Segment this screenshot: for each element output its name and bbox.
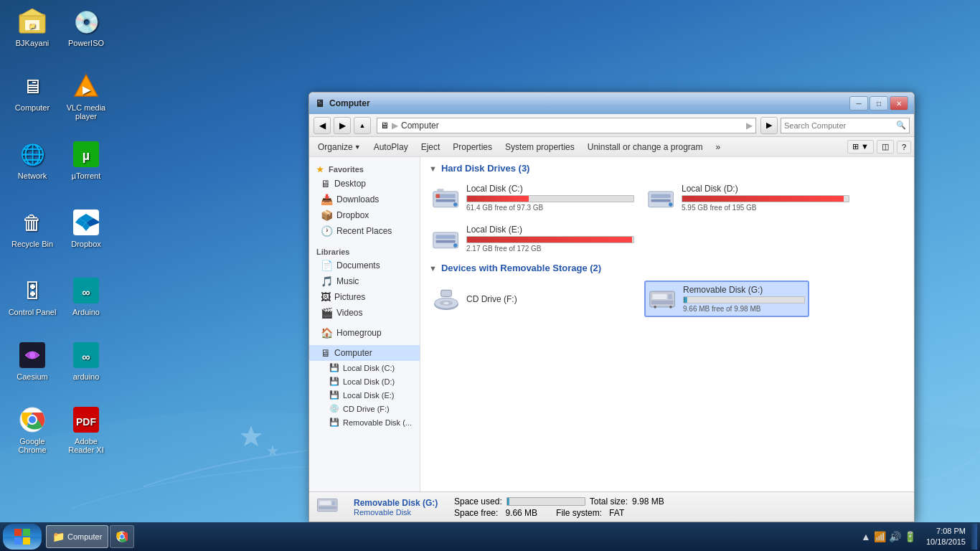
svg-rect-29 [435, 199, 455, 202]
status-drive-icon [316, 495, 339, 519]
desktop-icon-chrome[interactable]: Google Chrome [7, 405, 57, 454]
drive-g-icon [649, 288, 677, 311]
desktop-icon-recycle[interactable]: 🗑 Recycle Bin [7, 208, 57, 248]
desktop-icon-arduino[interactable]: ∞ Arduino [61, 276, 111, 316]
drive-c-bar-container [466, 195, 634, 202]
desktop-icon-poweriso[interactable]: 💿 PowerISO [61, 7, 111, 47]
desktop-icon-controlpanel[interactable]: 🎛 Control Panel [7, 276, 57, 316]
sidebar-item-downloads[interactable]: 📥 Downloads [309, 192, 420, 207]
sidebar-item-homegroup[interactable]: 🏠 Homegroup [309, 325, 420, 341]
system-properties-menu[interactable]: System properties [499, 140, 580, 154]
address-bar[interactable]: 🖥 ▶ Computer ▶ [377, 118, 756, 133]
taskbar-chrome-btn[interactable] [110, 525, 134, 548]
tray-volume-icon[interactable]: 🔊 [889, 531, 901, 542]
up-button[interactable]: ▲ [354, 117, 371, 134]
desktop-icon-network[interactable]: 🌐 Network [7, 140, 57, 180]
maximize-button[interactable]: □ [870, 96, 888, 110]
titlebar: 🖥 Computer ─ □ ✕ [309, 93, 914, 114]
organize-chevron: ▼ [354, 143, 361, 151]
drive-item-c[interactable]: Local Disk (C:) 61.4 GB free of 97.3 GB [429, 181, 637, 215]
taskbar-explorer-btn[interactable]: 📁 Computer [46, 525, 108, 548]
drive-item-e[interactable]: Local Disk (E:) 2.17 GB free of 172 GB [429, 222, 637, 255]
drive-d-icon [647, 187, 676, 209]
drive-item-g[interactable]: Removable Disk (G:) 9.66 MB free of 9.98… [644, 281, 809, 317]
drive-e-info: Local Disk (E:) 2.17 GB free of 172 GB [466, 225, 634, 253]
diskd-icon: 💾 [329, 377, 339, 386]
desktop-icon-adobereader[interactable]: PDF Adobe Reader XI [61, 405, 111, 454]
favorites-label: ★ Favorites [309, 161, 420, 176]
taskbar-clock[interactable]: 7:08 PM 10/18/2015 [922, 526, 970, 548]
sidebar-item-cddrive[interactable]: 💿 CD Drive (F:) [309, 402, 420, 415]
address-toolbar: ◀ ▶ ▲ 🖥 ▶ Computer ▶ ▶ 🔍 [309, 114, 914, 137]
sidebar-item-diskd[interactable]: 💾 Local Disk (D:) [309, 375, 420, 388]
sidebar-item-dropbox[interactable]: 📦 Dropbox [309, 207, 420, 223]
tray-network-icon[interactable]: 📶 [874, 531, 886, 542]
sidebar-item-recent[interactable]: 🕐 Recent Places [309, 223, 420, 239]
svg-rect-49 [668, 293, 672, 298]
preview-button[interactable]: ◫ [877, 140, 894, 154]
organize-menu[interactable]: Organize ▼ [312, 140, 367, 154]
properties-menu[interactable]: Properties [447, 140, 498, 154]
forward-button[interactable]: ▶ [334, 117, 351, 134]
back-button[interactable]: ◀ [314, 117, 331, 134]
sidebar-item-documents[interactable]: 📄 Documents [309, 258, 420, 273]
svg-rect-36 [651, 199, 670, 202]
eject-menu[interactable]: Eject [415, 140, 446, 154]
sidebar-item-diskc[interactable]: 💾 Local Disk (C:) [309, 361, 420, 375]
svg-rect-32 [435, 194, 439, 197]
sidebar-item-removable[interactable]: 💾 Removable Disk (... [309, 415, 420, 429]
removable-collapse-icon[interactable]: ▼ [429, 264, 437, 273]
help-button[interactable]: ? [897, 141, 911, 154]
view-controls: ⊞ ▼ ◫ ? [847, 140, 911, 154]
drive-e-bar-container [466, 236, 634, 243]
svg-text:∞: ∞ [82, 351, 90, 363]
show-desktop-button[interactable] [971, 524, 977, 550]
sidebar-item-music[interactable]: 🎵 Music [309, 273, 420, 289]
svg-text:µ: µ [83, 149, 90, 163]
uninstall-menu[interactable]: Uninstall or change a program [582, 140, 709, 154]
address-separator2: ▶ [746, 121, 753, 131]
desktop-icon-arduino2[interactable]: ∞ arduino [61, 341, 111, 381]
documents-icon: 📄 [321, 260, 333, 271]
drive-c-icon [432, 187, 461, 209]
go-button[interactable]: ▶ [760, 117, 778, 134]
taskbar: 📁 Computer ▲ 📶 🔊 🔋 7:08 PM 10/18/2015 [0, 522, 980, 551]
search-input[interactable] [784, 121, 896, 130]
desktop-icon-bjkayani[interactable]: 📁 BJKayani [7, 7, 57, 47]
desktop-icon-dropbox[interactable]: Dropbox [61, 208, 111, 248]
sidebar-item-videos[interactable]: 🎬 Videos [309, 305, 420, 321]
tray-arrow-icon[interactable]: ▲ [861, 531, 871, 542]
search-box[interactable]: 🔍 [781, 118, 910, 133]
search-icon[interactable]: 🔍 [896, 121, 906, 130]
computer-icon-small: 🖥 [321, 347, 331, 359]
status-used-row: Space used: Total size: 9.98 MB [454, 496, 664, 507]
desktop-icon-caesium[interactable]: Caesium [7, 341, 57, 381]
view-toggle-button[interactable]: ⊞ ▼ [847, 140, 874, 154]
sidebar-item-diske[interactable]: 💾 Local Disk (E:) [309, 388, 420, 402]
drive-g-bar [684, 297, 687, 303]
window-icon: 🖥 [315, 98, 325, 109]
desktop-icon-utorrent[interactable]: µ µTorrent [61, 140, 111, 180]
window-content: ★ Favorites 🖥 Desktop 📥 Downloads 📦 Drop… [309, 157, 914, 491]
sidebar-item-desktop[interactable]: 🖥 Desktop [309, 176, 420, 192]
harddisks-collapse-icon[interactable]: ▼ [429, 164, 437, 173]
start-button[interactable] [3, 524, 42, 550]
desktop-icon-small: 🖥 [321, 178, 331, 189]
more-menu[interactable]: » [710, 140, 727, 154]
close-button[interactable]: ✕ [890, 96, 908, 110]
status-name-col: Removable Disk (G:) Removable Disk [354, 498, 440, 517]
sidebar-item-computer[interactable]: 🖥 Computer [309, 345, 420, 361]
autoplay-menu[interactable]: AutoPlay [368, 140, 414, 154]
sidebar-item-pictures[interactable]: 🖼 Pictures [309, 289, 420, 305]
svg-point-18 [29, 352, 35, 358]
desktop-icon-vlc[interactable]: ▶ VLC media player [61, 72, 111, 121]
drive-d-info: Local Disk (D:) 5.95 GB free of 195 GB [682, 184, 849, 212]
downloads-icon: 📥 [321, 194, 333, 205]
svg-rect-50 [651, 300, 674, 303]
desktop-icon-computer[interactable]: 🖥 Computer [7, 72, 57, 112]
minimize-button[interactable]: ─ [849, 96, 868, 110]
drive-item-f[interactable]: CD Drive (F:) [429, 281, 637, 317]
tray-battery-icon[interactable]: 🔋 [904, 531, 916, 542]
svg-rect-55 [332, 501, 335, 505]
drive-item-d[interactable]: Local Disk (D:) 5.95 GB free of 195 GB [644, 181, 852, 215]
